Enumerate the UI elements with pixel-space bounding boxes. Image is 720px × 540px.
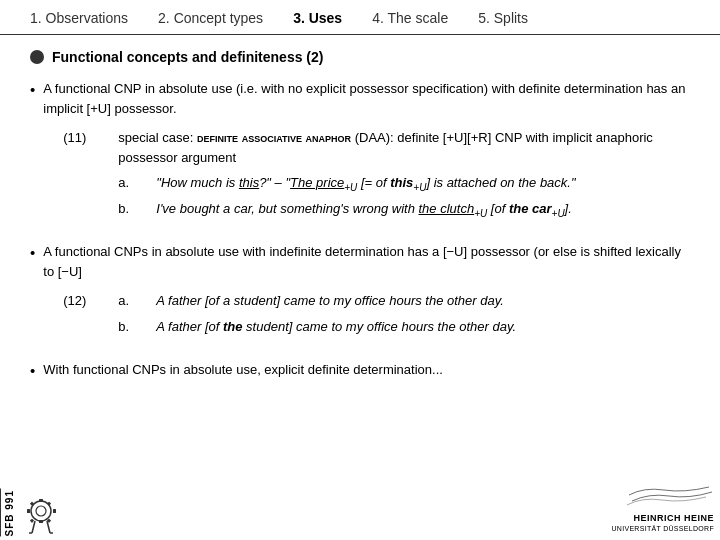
sfb-area: SFB 991 [0,488,64,536]
example-label-11a: a. [118,173,136,193]
svg-rect-5 [53,509,56,513]
svg-rect-3 [39,520,43,523]
bullet-item-2: • A functional CNPs in absolute use with… [30,242,690,346]
nav-item-concept-types[interactable]: 2. Concept types [158,10,263,26]
section-title-text: Functional concepts and definiteness (2) [52,49,323,65]
example-block-11: (11) special case: definite associative … [63,128,690,218]
example-text-11b: I've bought a car, but something's wrong… [156,199,690,219]
bullet-dot-3: • [30,362,35,379]
svg-point-1 [36,506,46,516]
bullet-item-3: • With functional CNPs in absolute use, … [30,360,690,380]
svg-rect-7 [47,502,51,506]
example-row-11a: a. "How much is this?" – "The price+U [=… [63,173,690,193]
nav-item-uses[interactable]: 3. Uses [293,10,342,26]
example-label-12b: b. [118,317,136,337]
nav-item-splits[interactable]: 5. Splits [478,10,528,26]
nav-item-observations[interactable]: 1. Observations [30,10,128,26]
svg-rect-4 [27,509,30,513]
example-block-12: (12) a. A father [of a student] came to … [63,291,690,336]
sfb-label: SFB 991 [0,488,15,536]
example-num-11: (11) [63,128,98,148]
example-row-12a: (12) a. A father [of a student] came to … [63,291,690,311]
section-icon [30,50,44,64]
example-row-12b: b. A father [of the student] came to my … [63,317,690,337]
svg-line-11 [47,521,50,533]
example-text-12a: A father [of a student] came to my offic… [156,291,690,311]
university-sub: UNIVERSITÄT DÜSSELDORF [611,524,714,534]
example-label-11b: b. [118,199,136,219]
bullet-text-2: A functional CNPs in absolute use with i… [43,242,690,346]
bullet-item-1: • A functional CNP in absolute use (i.e.… [30,79,690,228]
example-row-11-header: (11) special case: definite associative … [63,128,690,167]
example-num-12: (12) [63,291,98,311]
example-desc-11: special case: definite associative anaph… [118,128,690,167]
svg-rect-8 [30,519,34,523]
sfb-robot-icon [19,491,64,536]
uni-swoosh-icon [624,485,714,510]
navigation-bar: 1. Observations 2. Concept types 3. Uses… [0,0,720,35]
bullet-text-3: With functional CNPs in absolute use, ex… [43,360,690,380]
example-text-12b: A father [of the student] came to my off… [156,317,690,337]
section-title: Functional concepts and definiteness (2) [30,49,690,65]
example-row-11b: b. I've bought a car, but something's wr… [63,199,690,219]
main-content: Functional concepts and definiteness (2)… [0,35,720,404]
nav-item-the-scale[interactable]: 4. The scale [372,10,448,26]
bullet-dot-2: • [30,244,35,261]
svg-line-10 [32,521,35,533]
university-name: HEINRICH HEINE [633,512,714,525]
university-logo: HEINRICH HEINE UNIVERSITÄT DÜSSELDORF [611,485,720,536]
svg-rect-2 [39,499,43,502]
bottom-bar: SFB 991 H [0,480,720,540]
bullet-list: • A functional CNP in absolute use (i.e.… [30,79,690,380]
bullet-text-1: A functional CNP in absolute use (i.e. w… [43,79,690,228]
example-label-12a: a. [118,291,136,311]
example-text-11a: "How much is this?" – "The price+U [= of… [156,173,690,193]
bullet-dot-1: • [30,81,35,98]
